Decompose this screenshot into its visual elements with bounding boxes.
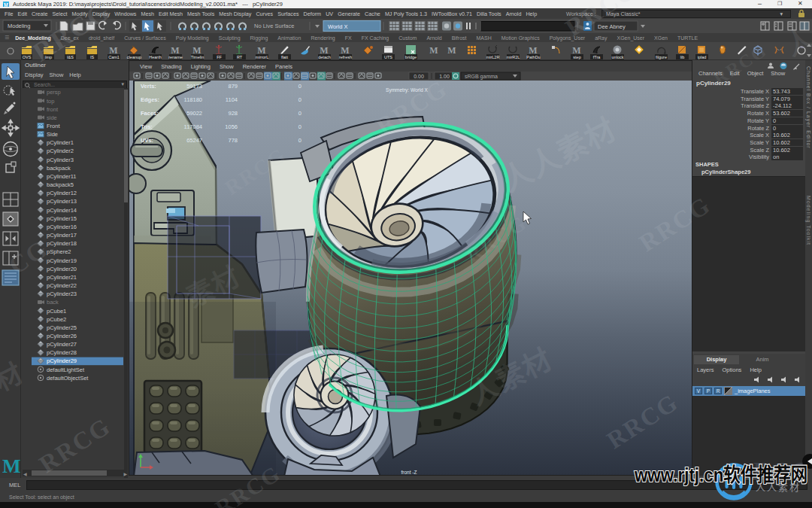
svg-text:side: side [47,114,57,121]
svg-text:pCylinder23: pCylinder23 [47,291,77,297]
svg-text:pCylinder13: pCylinder13 [47,198,77,205]
svg-text:detach: detach [318,55,331,59]
svg-text:refresh: refresh [339,55,352,59]
svg-text:rename: rename [168,55,183,59]
svg-text:pCylinder28: pCylinder28 [47,349,77,356]
svg-text:sRGB gamma: sRGB gamma [465,74,498,80]
svg-text:Verts:: Verts: [141,83,156,90]
svg-text:pCylinder22: pCylinder22 [47,282,77,289]
svg-text:Tris:: Tris: [141,123,153,130]
svg-text:0.00: 0.00 [414,74,424,79]
svg-text:pCube2: pCube2 [47,316,66,323]
svg-text:front -Z: front -Z [401,470,417,475]
svg-text:0: 0 [298,110,301,117]
svg-text:pCylinder20: pCylinder20 [47,266,77,272]
svg-text:Modeling: Modeling [8,23,30,29]
svg-text:defaultLightSet: defaultLightSet [47,367,85,373]
svg-text:back: back [47,299,59,306]
svg-text:pCylinder17: pCylinder17 [47,232,77,239]
svg-text:pCylinder11: pCylinder11 [47,173,76,180]
svg-text:Cam1: Cam1 [108,55,120,59]
svg-text:0: 0 [298,83,301,90]
svg-text:front: front [47,106,59,113]
svg-text:Hearth: Hearth [149,55,162,59]
svg-text:928: 928 [228,110,238,117]
svg-text:Imp: Imp [45,55,52,59]
svg-text:778: 778 [228,137,238,144]
svg-text:UTS: UTS [384,55,392,59]
svg-text:0: 0 [298,123,301,130]
svg-text:defaultObjectSet: defaultObjectSet [47,375,89,382]
svg-text:118180: 118180 [184,96,202,103]
svg-text:117084: 117084 [184,123,202,130]
svg-text:pCylinder2: pCylinder2 [47,148,74,154]
svg-text:www.rjtj.cn软件推荐网: www.rjtj.cn软件推荐网 [634,464,807,486]
svg-text:RT: RT [237,55,243,59]
svg-text:M: M [4,2,8,8]
svg-text:pCylinder18: pCylinder18 [47,240,77,247]
svg-text:pCylinder14: pCylinder14 [47,207,77,214]
svg-text:pCylinder3: pCylinder3 [47,157,74,163]
svg-text:mirrorL: mirrorL [256,55,268,59]
svg-text:pCylinder1: pCylinder1 [47,139,74,146]
svg-text:Dee Abney: Dee Abney [598,23,626,30]
svg-text:879: 879 [228,83,238,90]
svg-text:filgure: filgure [656,55,667,59]
svg-text:pCylinder15: pCylinder15 [47,215,77,222]
svg-text:pCylinder27: pCylinder27 [47,341,77,348]
svg-text:Front: Front [47,123,60,129]
svg-text:Edges:: Edges: [141,96,159,103]
svg-text:bridge: bridge [405,55,417,59]
svg-text:M: M [2,455,21,477]
svg-text:cleanup: cleanup [127,55,141,59]
svg-text:World X: World X [328,23,348,30]
svg-text:Timelin: Timelin [191,55,205,59]
svg-text:pCylinder16: pCylinder16 [47,224,77,230]
svg-text:mirR2L: mirR2L [507,55,520,59]
svg-text:top: top [47,98,54,105]
svg-text:pSphere2: pSphere2 [47,248,71,255]
svg-text:Side: Side [47,131,58,138]
svg-text:OVS: OVS [23,55,32,59]
svg-text:FF: FF [217,55,222,59]
svg-text:PathDu: PathDu [526,55,540,59]
svg-text:Faces:: Faces: [141,110,159,117]
svg-text:backpack: backpack [47,165,71,172]
svg-text:pCylinder25: pCylinder25 [47,324,77,331]
svg-text:M: M [447,45,456,56]
svg-text:M: M [429,45,438,56]
svg-text:0: 0 [298,137,301,144]
svg-text:pCylinder19: pCylinder19 [47,257,77,264]
svg-text:pCylinder21: pCylinder21 [47,274,77,281]
svg-text:step: step [573,55,580,59]
svg-text:mirL2R: mirL2R [486,55,500,59]
svg-text:1056: 1056 [225,123,238,130]
svg-text:UVs:: UVs: [141,137,153,144]
svg-text:flatt: flatt [281,55,288,59]
svg-text:fTra: fTra [593,55,601,59]
svg-text:Symmetry: World X: Symmetry: World X [386,87,429,93]
svg-text:iplad: iplad [698,55,707,59]
svg-text:IS: IS [90,55,95,59]
svg-text:backpack5: backpack5 [47,181,74,188]
svg-text:pCylinder26: pCylinder26 [47,333,77,339]
svg-text:1.00: 1.00 [439,74,450,79]
svg-text:0: 0 [298,96,301,103]
svg-text:lib: lib [680,55,685,59]
svg-text:pCylinder12: pCylinder12 [47,190,77,196]
svg-text:1104: 1104 [226,96,238,103]
svg-text:65247: 65247 [186,137,202,144]
svg-text:I&S: I&S [67,55,74,59]
svg-text:59022: 59022 [186,110,202,117]
svg-text:persp: persp [47,89,61,96]
svg-text:unlock: unlock [612,55,624,59]
svg-text:59173: 59173 [186,83,202,90]
svg-text:pCylinder29: pCylinder29 [47,357,77,364]
svg-text:No Live Surface: No Live Surface [254,23,294,29]
svg-text:pCube1: pCube1 [47,308,66,315]
